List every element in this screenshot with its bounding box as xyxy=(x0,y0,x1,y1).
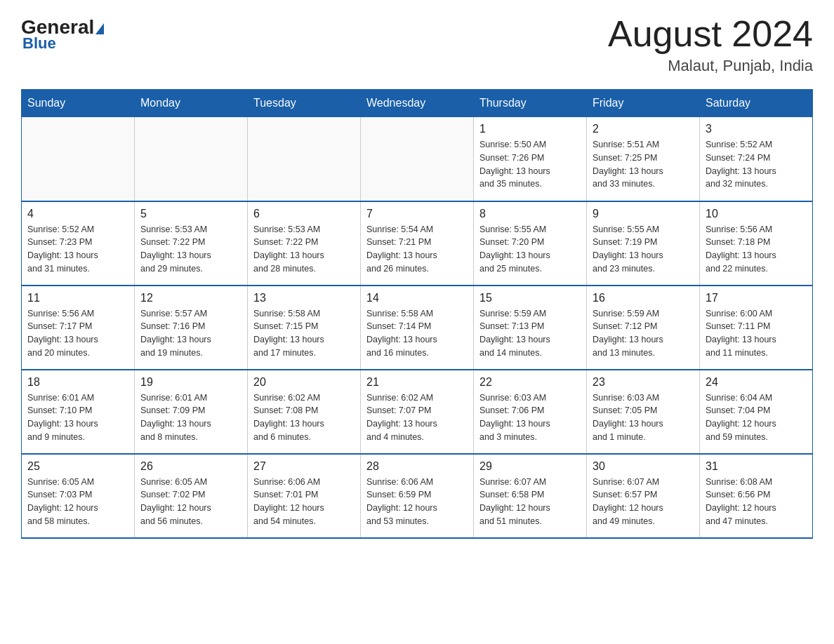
day-number: 26 xyxy=(140,460,241,473)
calendar-cell: 20Sunrise: 6:02 AMSunset: 7:08 PMDayligh… xyxy=(248,370,361,454)
calendar-cell: 21Sunrise: 6:02 AMSunset: 7:07 PMDayligh… xyxy=(361,370,474,454)
day-number: 4 xyxy=(27,208,128,220)
calendar-cell: 1Sunrise: 5:50 AMSunset: 7:26 PMDaylight… xyxy=(474,117,587,201)
day-info: Sunrise: 6:00 AMSunset: 7:11 PMDaylight:… xyxy=(706,307,807,360)
day-number: 19 xyxy=(140,376,241,389)
day-number: 13 xyxy=(253,292,355,304)
day-number: 2 xyxy=(593,123,694,135)
day-number: 28 xyxy=(366,460,468,473)
day-number: 18 xyxy=(27,376,128,389)
day-number: 12 xyxy=(140,292,241,304)
col-thursday: Thursday xyxy=(474,90,587,117)
day-number: 15 xyxy=(479,292,581,304)
calendar-table: Sunday Monday Tuesday Wednesday Thursday… xyxy=(21,89,813,539)
day-info: Sunrise: 6:06 AMSunset: 7:01 PMDaylight:… xyxy=(253,476,355,528)
day-info: Sunrise: 5:52 AMSunset: 7:23 PMDaylight:… xyxy=(27,223,128,276)
day-info: Sunrise: 5:58 AMSunset: 7:14 PMDaylight:… xyxy=(366,307,468,360)
day-info: Sunrise: 5:52 AMSunset: 7:24 PMDaylight:… xyxy=(706,138,807,191)
col-saturday: Saturday xyxy=(700,90,813,117)
calendar-cell: 27Sunrise: 6:06 AMSunset: 7:01 PMDayligh… xyxy=(248,454,361,538)
title-section: August 2024 Malaut, Punjab, India xyxy=(608,14,813,75)
calendar-cell: 26Sunrise: 6:05 AMSunset: 7:02 PMDayligh… xyxy=(135,454,248,538)
calendar-cell: 16Sunrise: 5:59 AMSunset: 7:12 PMDayligh… xyxy=(587,286,700,370)
calendar-cell: 23Sunrise: 6:03 AMSunset: 7:05 PMDayligh… xyxy=(587,370,700,454)
calendar-cell: 5Sunrise: 5:53 AMSunset: 7:22 PMDaylight… xyxy=(135,201,248,286)
day-info: Sunrise: 6:06 AMSunset: 6:59 PMDaylight:… xyxy=(366,476,468,528)
day-info: Sunrise: 5:51 AMSunset: 7:25 PMDaylight:… xyxy=(593,138,694,191)
calendar-cell: 30Sunrise: 6:07 AMSunset: 6:57 PMDayligh… xyxy=(587,454,700,538)
day-number: 31 xyxy=(706,460,807,473)
calendar-cell: 25Sunrise: 6:05 AMSunset: 7:03 PMDayligh… xyxy=(22,454,135,538)
day-info: Sunrise: 6:01 AMSunset: 7:10 PMDaylight:… xyxy=(27,391,128,444)
col-tuesday: Tuesday xyxy=(248,90,361,117)
calendar-cell: 15Sunrise: 5:59 AMSunset: 7:13 PMDayligh… xyxy=(474,286,587,370)
calendar-cell: 9Sunrise: 5:55 AMSunset: 7:19 PMDaylight… xyxy=(587,201,700,286)
calendar-week-row: 18Sunrise: 6:01 AMSunset: 7:10 PMDayligh… xyxy=(22,370,813,454)
calendar-cell: 6Sunrise: 5:53 AMSunset: 7:22 PMDaylight… xyxy=(248,201,361,286)
day-number: 9 xyxy=(593,208,694,220)
day-number: 21 xyxy=(366,376,468,389)
calendar-cell: 4Sunrise: 5:52 AMSunset: 7:23 PMDaylight… xyxy=(22,201,135,286)
logo: General Blue xyxy=(21,14,104,53)
calendar-cell xyxy=(22,117,135,201)
calendar-cell: 10Sunrise: 5:56 AMSunset: 7:18 PMDayligh… xyxy=(700,201,813,286)
day-number: 14 xyxy=(366,292,468,304)
location-title: Malaut, Punjab, India xyxy=(608,57,813,75)
day-number: 30 xyxy=(593,460,694,473)
col-friday: Friday xyxy=(587,90,700,117)
day-info: Sunrise: 5:58 AMSunset: 7:15 PMDaylight:… xyxy=(253,307,355,360)
day-number: 6 xyxy=(253,208,355,220)
calendar-cell: 24Sunrise: 6:04 AMSunset: 7:04 PMDayligh… xyxy=(700,370,813,454)
day-number: 1 xyxy=(479,123,581,135)
calendar-cell xyxy=(135,117,248,201)
day-info: Sunrise: 6:04 AMSunset: 7:04 PMDaylight:… xyxy=(706,391,807,444)
day-info: Sunrise: 6:02 AMSunset: 7:07 PMDaylight:… xyxy=(366,391,468,444)
day-number: 5 xyxy=(140,208,241,220)
day-info: Sunrise: 5:55 AMSunset: 7:19 PMDaylight:… xyxy=(593,223,694,276)
day-number: 23 xyxy=(593,376,694,389)
day-info: Sunrise: 6:01 AMSunset: 7:09 PMDaylight:… xyxy=(140,391,241,444)
page-header: General Blue August 2024 Malaut, Punjab,… xyxy=(21,14,813,75)
day-info: Sunrise: 5:59 AMSunset: 7:13 PMDaylight:… xyxy=(479,307,581,360)
day-info: Sunrise: 6:07 AMSunset: 6:57 PMDaylight:… xyxy=(593,476,694,528)
logo-blue: Blue xyxy=(21,34,56,53)
day-info: Sunrise: 5:53 AMSunset: 7:22 PMDaylight:… xyxy=(140,223,241,276)
day-number: 16 xyxy=(593,292,694,304)
calendar-cell: 2Sunrise: 5:51 AMSunset: 7:25 PMDaylight… xyxy=(587,117,700,201)
day-info: Sunrise: 5:54 AMSunset: 7:21 PMDaylight:… xyxy=(366,223,468,276)
day-number: 27 xyxy=(253,460,355,473)
day-number: 11 xyxy=(27,292,128,304)
calendar-week-row: 4Sunrise: 5:52 AMSunset: 7:23 PMDaylight… xyxy=(22,201,813,286)
day-number: 10 xyxy=(706,208,807,220)
calendar-cell: 29Sunrise: 6:07 AMSunset: 6:58 PMDayligh… xyxy=(474,454,587,538)
day-number: 29 xyxy=(479,460,581,473)
calendar-cell: 7Sunrise: 5:54 AMSunset: 7:21 PMDaylight… xyxy=(361,201,474,286)
day-info: Sunrise: 5:55 AMSunset: 7:20 PMDaylight:… xyxy=(479,223,581,276)
calendar-cell: 31Sunrise: 6:08 AMSunset: 6:56 PMDayligh… xyxy=(700,454,813,538)
day-info: Sunrise: 6:05 AMSunset: 7:03 PMDaylight:… xyxy=(27,476,128,528)
calendar-cell xyxy=(361,117,474,201)
calendar-cell: 11Sunrise: 5:56 AMSunset: 7:17 PMDayligh… xyxy=(22,286,135,370)
day-number: 22 xyxy=(479,376,581,389)
calendar-cell: 3Sunrise: 5:52 AMSunset: 7:24 PMDaylight… xyxy=(700,117,813,201)
day-info: Sunrise: 5:56 AMSunset: 7:18 PMDaylight:… xyxy=(706,223,807,276)
day-info: Sunrise: 6:05 AMSunset: 7:02 PMDaylight:… xyxy=(140,476,241,528)
day-info: Sunrise: 5:56 AMSunset: 7:17 PMDaylight:… xyxy=(27,307,128,360)
calendar-header-row: Sunday Monday Tuesday Wednesday Thursday… xyxy=(22,90,813,117)
calendar-week-row: 1Sunrise: 5:50 AMSunset: 7:26 PMDaylight… xyxy=(22,117,813,201)
day-number: 8 xyxy=(479,208,581,220)
calendar-cell: 18Sunrise: 6:01 AMSunset: 7:10 PMDayligh… xyxy=(22,370,135,454)
day-number: 25 xyxy=(27,460,128,473)
day-info: Sunrise: 5:57 AMSunset: 7:16 PMDaylight:… xyxy=(140,307,241,360)
day-info: Sunrise: 6:08 AMSunset: 6:56 PMDaylight:… xyxy=(706,476,807,528)
day-number: 24 xyxy=(706,376,807,389)
calendar-cell: 13Sunrise: 5:58 AMSunset: 7:15 PMDayligh… xyxy=(248,286,361,370)
calendar-week-row: 11Sunrise: 5:56 AMSunset: 7:17 PMDayligh… xyxy=(22,286,813,370)
day-info: Sunrise: 6:03 AMSunset: 7:06 PMDaylight:… xyxy=(479,391,581,444)
calendar-cell: 12Sunrise: 5:57 AMSunset: 7:16 PMDayligh… xyxy=(135,286,248,370)
day-number: 7 xyxy=(366,208,468,220)
day-number: 3 xyxy=(706,123,807,135)
day-number: 17 xyxy=(706,292,807,304)
day-info: Sunrise: 5:50 AMSunset: 7:26 PMDaylight:… xyxy=(479,138,581,191)
month-title: August 2024 xyxy=(608,14,813,54)
